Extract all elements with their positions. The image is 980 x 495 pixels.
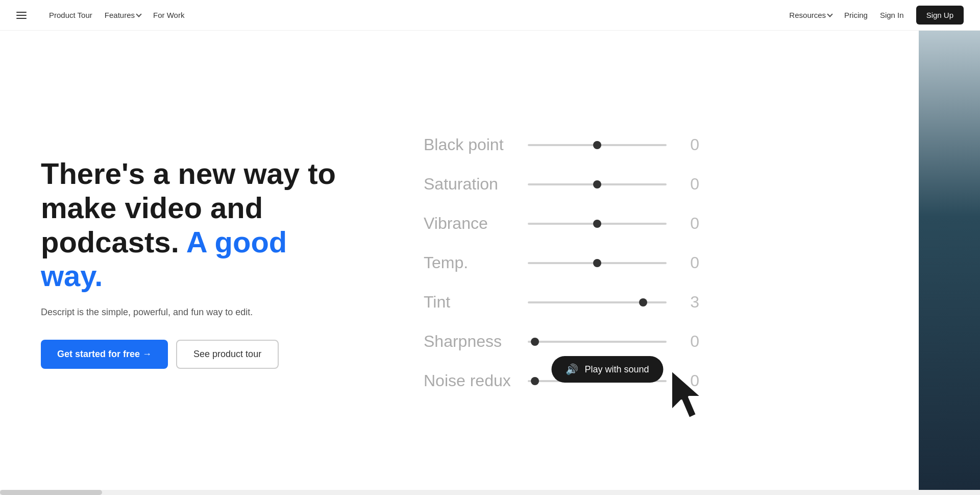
- slider-row: Black point0: [424, 135, 699, 154]
- nav-product-tour[interactable]: Product Tour: [45, 8, 96, 22]
- slider-track[interactable]: [528, 301, 667, 303]
- slider-row: Tint3: [424, 293, 699, 312]
- slider-label-temp.: Temp.: [424, 253, 516, 272]
- slider-row: Temp.0: [424, 253, 699, 272]
- nav-links: Product Tour Features For Work: [45, 8, 188, 22]
- hero-section: There's a new way to make video and podc…: [0, 31, 383, 495]
- slider-thumb[interactable]: [531, 338, 539, 346]
- navbar: Product Tour Features For Work Resources…: [0, 0, 980, 31]
- slider-track-container[interactable]: [528, 262, 667, 264]
- nav-resources[interactable]: Resources: [785, 8, 836, 22]
- features-chevron-icon: [136, 11, 141, 17]
- slider-thumb[interactable]: [593, 180, 601, 188]
- slider-label-noise-redux: Noise redux: [424, 371, 516, 390]
- scrollbar[interactable]: [0, 490, 980, 495]
- slider-thumb[interactable]: [639, 298, 647, 307]
- slider-track-container[interactable]: [528, 341, 667, 343]
- slider-track-container[interactable]: [528, 301, 667, 303]
- resources-chevron-icon: [827, 11, 832, 17]
- slider-label-black-point: Black point: [424, 135, 516, 154]
- scrollbar-thumb[interactable]: [0, 490, 102, 495]
- slider-label-vibrance: Vibrance: [424, 214, 516, 233]
- hero-buttons: Get started for free → See product tour: [41, 340, 342, 369]
- slider-label-tint: Tint: [424, 293, 516, 312]
- nav-sign-in[interactable]: Sign In: [876, 8, 908, 22]
- slider-label-sharpness: Sharpness: [424, 332, 516, 351]
- hero-subtitle: Descript is the simple, powerful, and fu…: [41, 305, 342, 319]
- nav-logo: [16, 9, 29, 21]
- slider-thumb[interactable]: [593, 259, 601, 267]
- slider-thumb[interactable]: [593, 141, 601, 149]
- slider-value: 0: [679, 253, 699, 272]
- slider-track[interactable]: [528, 262, 667, 264]
- nav-pricing[interactable]: Pricing: [840, 8, 872, 22]
- slider-value: 0: [679, 214, 699, 233]
- play-sound-button[interactable]: 🔊Play with sound: [551, 356, 663, 383]
- sound-icon: 🔊: [566, 363, 578, 375]
- slider-track-container[interactable]: [528, 183, 667, 185]
- see-product-tour-button[interactable]: See product tour: [176, 340, 279, 369]
- nav-left: Product Tour Features For Work: [16, 8, 188, 22]
- main-content: There's a new way to make video and podc…: [0, 31, 980, 495]
- sliders-panel: Black point0Saturation0Vibrance0Temp.0Ti…: [383, 31, 730, 495]
- slider-thumb[interactable]: [531, 377, 539, 385]
- signup-button[interactable]: Sign Up: [916, 6, 964, 25]
- slider-row: Vibrance0: [424, 214, 699, 233]
- nav-right: Resources Pricing Sign In Sign Up: [785, 6, 964, 25]
- nav-right-links: Resources Pricing Sign In: [785, 8, 908, 22]
- hero-title: There's a new way to make video and podc…: [41, 157, 342, 293]
- slider-value: 0: [679, 175, 699, 194]
- play-sound-label: Play with sound: [584, 364, 649, 375]
- slider-value: 0: [679, 332, 699, 351]
- slider-label-saturation: Saturation: [424, 175, 516, 194]
- slider-value: 0: [679, 371, 699, 390]
- slider-track-container[interactable]: [528, 144, 667, 146]
- slider-track[interactable]: [528, 341, 667, 343]
- slider-value: 3: [679, 293, 699, 312]
- right-panel: Black point0Saturation0Vibrance0Temp.0Ti…: [383, 31, 980, 495]
- preview-image: [919, 31, 980, 495]
- nav-for-work[interactable]: For Work: [149, 8, 188, 22]
- slider-thumb[interactable]: [593, 220, 601, 228]
- hamburger-icon[interactable]: [16, 9, 29, 21]
- slider-track[interactable]: [528, 144, 667, 146]
- slider-row: Saturation0: [424, 175, 699, 194]
- get-started-button[interactable]: Get started for free →: [41, 340, 168, 369]
- slider-value: 0: [679, 135, 699, 154]
- slider-track-container[interactable]: [528, 223, 667, 225]
- slider-row: Sharpness0: [424, 332, 699, 351]
- slider-track[interactable]: [528, 183, 667, 185]
- nav-features[interactable]: Features: [101, 8, 145, 22]
- slider-track[interactable]: [528, 223, 667, 225]
